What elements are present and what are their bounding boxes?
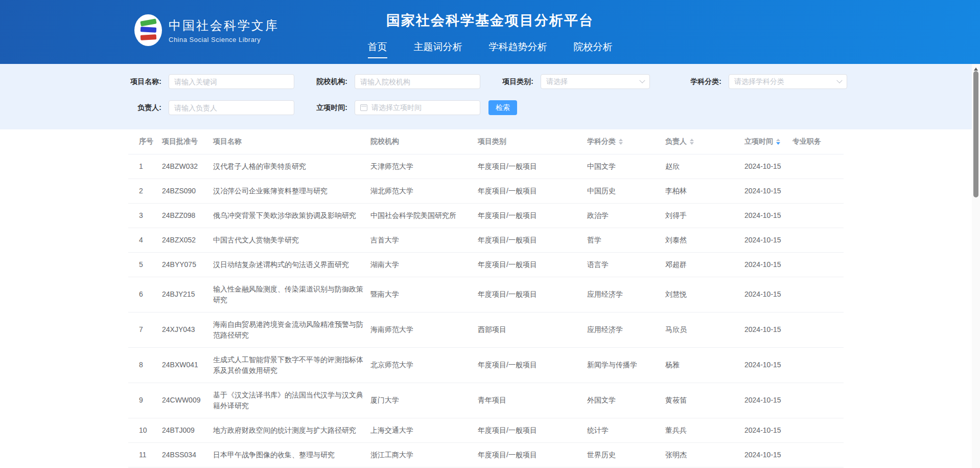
table-cell: 汉代君子人格的审美特质研究 <box>213 154 370 179</box>
table-cell: 刘得手 <box>665 203 744 228</box>
table-cell: 3 <box>128 203 162 228</box>
table-cell: 外国文学 <box>587 383 665 418</box>
table-cell: 青年项目 <box>478 383 587 418</box>
table-cell: 2024-10-15 <box>744 442 792 467</box>
table-cell: 应用经济学 <box>587 312 665 347</box>
table-cell: 上海交通大学 <box>370 418 478 442</box>
column-header[interactable]: 立项时间 <box>744 129 792 154</box>
table-cell: 地方政府财政空间的统计测度与扩大路径研究 <box>213 418 370 442</box>
table-cell: 2024-10-15 <box>744 347 792 383</box>
scrollbar-thumb[interactable] <box>973 71 978 197</box>
discipline-select[interactable]: 请选择学科分类 <box>729 74 847 89</box>
table-cell: 输入性金融风险测度、传染渠道识别与防御政策研究 <box>213 277 370 312</box>
sort-carets-icon[interactable] <box>619 137 623 147</box>
table-cell: 7 <box>128 312 162 347</box>
table-cell: 2024-10-15 <box>744 383 792 418</box>
table-cell <box>792 228 844 252</box>
table-cell <box>792 347 844 383</box>
column-header-label: 立项时间 <box>744 137 773 145</box>
table-cell: 24BYY075 <box>162 252 213 277</box>
table-cell: 中国文学 <box>587 154 665 179</box>
approval-date-input[interactable]: 请选择立项时间 <box>355 100 480 115</box>
table-cell: 湖北师范大学 <box>370 179 478 203</box>
table-cell: 2024-10-15 <box>744 418 792 442</box>
nav-item-institution-analysis[interactable]: 院校分析 <box>574 40 613 58</box>
scroll-up-arrow-icon[interactable] <box>974 65 978 71</box>
column-header: 项目类别 <box>478 129 587 154</box>
column-header-label: 项目批准号 <box>162 137 198 145</box>
table-cell: 刘泰然 <box>665 228 744 252</box>
table-cell: 中国社会科学院美国研究所 <box>370 203 478 228</box>
vertical-scrollbar[interactable] <box>972 64 980 468</box>
table-cell: 吉首大学 <box>370 228 478 252</box>
table-cell: 1 <box>128 154 162 179</box>
search-button[interactable]: 检索 <box>488 100 517 115</box>
table-cell: 2024-10-15 <box>744 179 792 203</box>
table-cell: 年度项目/一般项目 <box>478 179 587 203</box>
table-cell: 西部项目 <box>478 312 587 347</box>
institution-input[interactable] <box>355 74 480 89</box>
project-type-select[interactable]: 请选择 <box>541 74 650 89</box>
table-cell: 政治学 <box>587 203 665 228</box>
table-cell: 海南自由贸易港跨境资金流动风险精准预警与防范路径研究 <box>213 312 370 347</box>
approval-date-placeholder: 请选择立项时间 <box>371 103 475 113</box>
table-cell: 董兵兵 <box>665 418 744 442</box>
column-header[interactable]: 负责人 <box>665 129 744 154</box>
table-cell: 11 <box>128 442 162 467</box>
table-row: 924CWW009基于《汉文法译书库》的法国当代汉学与汉文典籍外译研究厦门大学青… <box>128 383 844 418</box>
column-header: 项目批准号 <box>162 129 213 154</box>
table-cell: 2024-10-15 <box>744 252 792 277</box>
table-cell: 2024-10-15 <box>744 154 792 179</box>
table-cell <box>792 203 844 228</box>
column-header-label: 学科分类 <box>587 137 616 145</box>
table-cell <box>792 179 844 203</box>
table-cell: 2 <box>128 179 162 203</box>
sort-carets-icon[interactable] <box>776 137 780 147</box>
table-cell: 俄乌冲突背景下美欧涉华政策协调及影响研究 <box>213 203 370 228</box>
project-name-input[interactable] <box>169 74 294 89</box>
column-header-label: 序号 <box>139 137 153 145</box>
table-cell: 24CWW009 <box>162 383 213 418</box>
table-cell: 24BZS090 <box>162 179 213 203</box>
column-header-label: 专业职务 <box>792 137 821 145</box>
table-cell: 24BSS034 <box>162 442 213 467</box>
column-header-label: 院校机构 <box>370 137 399 145</box>
table-cell: 汉日动结复杂述谓构式的句法语义界面研究 <box>213 252 370 277</box>
leader-label: 负责人: <box>128 103 161 113</box>
table-cell: 杨雅 <box>665 347 744 383</box>
table-cell: 10 <box>128 418 162 442</box>
table-cell <box>792 442 844 467</box>
table-cell: 浙江工商大学 <box>370 442 478 467</box>
sort-carets-icon[interactable] <box>690 137 694 147</box>
table-cell: 5 <box>128 252 162 277</box>
nav-item-home[interactable]: 首页 <box>368 40 387 58</box>
leader-input[interactable] <box>169 100 294 115</box>
table-row: 224BZS090汉冶萍公司企业账簿资料整理与研究湖北师范大学年度项目/一般项目… <box>128 179 844 203</box>
project-name-label: 项目名称: <box>128 77 161 86</box>
table-cell: 哲学 <box>587 228 665 252</box>
calendar-icon <box>360 104 367 111</box>
nav-item-keyword-analysis[interactable]: 主题词分析 <box>414 40 462 58</box>
column-header[interactable]: 学科分类 <box>587 129 665 154</box>
table-cell: 年度项目/一般项目 <box>478 277 587 312</box>
table-cell: 黄莜笛 <box>665 383 744 418</box>
table-row: 824BXW041生成式人工智能背景下数字不平等的评测指标体系及其价值效用研究北… <box>128 347 844 383</box>
table-cell: 年度项目/一般项目 <box>478 418 587 442</box>
table-cell: 统计学 <box>587 418 665 442</box>
table-cell: 9 <box>128 383 162 418</box>
discipline-label: 学科分类: <box>681 77 721 86</box>
table-cell: 赵欣 <box>665 154 744 179</box>
column-header: 项目名称 <box>213 129 370 154</box>
table-cell: 张明杰 <box>665 442 744 467</box>
table-cell <box>792 154 844 179</box>
project-type-label: 项目类别: <box>493 77 533 86</box>
table-cell: 2024-10-15 <box>744 312 792 347</box>
table-row: 624BJY215输入性金融风险测度、传染渠道识别与防御政策研究暨南大学年度项目… <box>128 277 844 312</box>
table-cell: 年度项目/一般项目 <box>478 252 587 277</box>
table-cell: 24BZZ098 <box>162 203 213 228</box>
table-cell: 湖南大学 <box>370 252 478 277</box>
nav-item-discipline-trend-analysis[interactable]: 学科趋势分析 <box>489 40 547 58</box>
table-row: 124BZW032汉代君子人格的审美特质研究天津师范大学年度项目/一般项目中国文… <box>128 154 844 179</box>
table-cell: 2024-10-15 <box>744 228 792 252</box>
table-cell: 24XJY043 <box>162 312 213 347</box>
